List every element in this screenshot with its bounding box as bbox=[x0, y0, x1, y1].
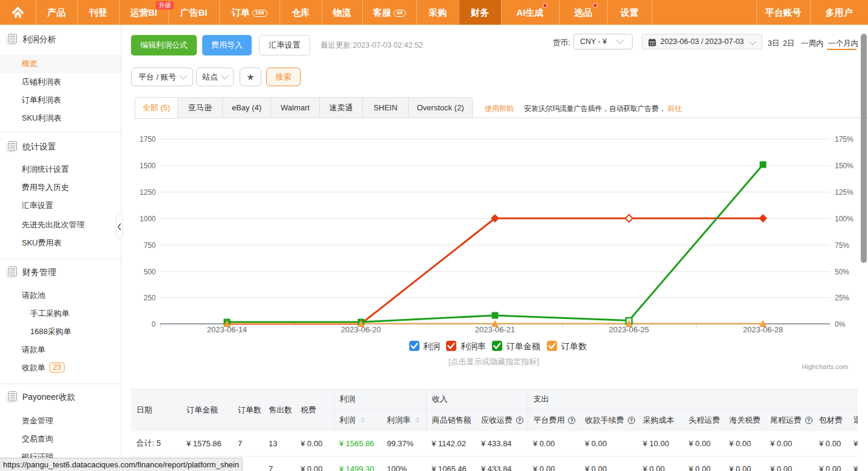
svg-text:订单金额: 订单金额 bbox=[506, 341, 540, 351]
svg-text:0%: 0% bbox=[835, 320, 846, 329]
svg-text:250: 250 bbox=[144, 294, 156, 302]
svg-text:1750: 1750 bbox=[139, 135, 156, 144]
svg-text:100%: 100% bbox=[835, 215, 854, 223]
svg-text:Highcharts.com: Highcharts.com bbox=[802, 363, 848, 370]
svg-text:[点击显示或隐藏指定指标]: [点击显示或隐藏指定指标] bbox=[448, 357, 539, 366]
svg-text:利润: 利润 bbox=[423, 341, 440, 351]
svg-text:1000: 1000 bbox=[139, 215, 156, 223]
svg-text:50%: 50% bbox=[835, 268, 849, 276]
svg-text:订单数: 订单数 bbox=[561, 341, 587, 351]
svg-text:750: 750 bbox=[144, 241, 156, 250]
svg-text:利润率: 利润率 bbox=[461, 341, 486, 351]
svg-text:1250: 1250 bbox=[139, 188, 156, 197]
svg-text:25%: 25% bbox=[835, 294, 849, 302]
svg-text:150%: 150% bbox=[835, 162, 854, 170]
svg-text:0: 0 bbox=[152, 320, 156, 329]
svg-text:125%: 125% bbox=[835, 188, 854, 197]
svg-text:1500: 1500 bbox=[139, 162, 156, 170]
svg-text:75%: 75% bbox=[835, 241, 849, 250]
svg-text:500: 500 bbox=[144, 268, 156, 276]
svg-text:175%: 175% bbox=[835, 135, 854, 144]
